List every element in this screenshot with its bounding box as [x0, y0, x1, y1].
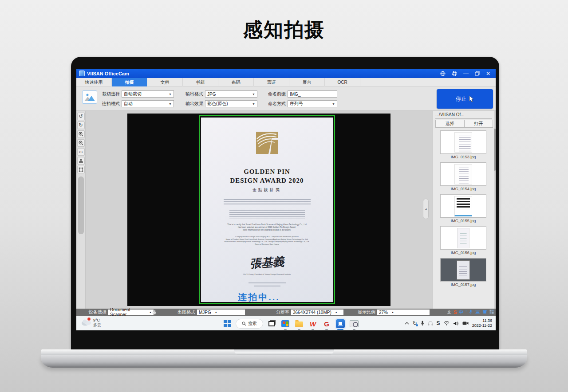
ime-skin-icon[interactable]: [482, 310, 487, 315]
store-icon[interactable]: [280, 318, 291, 329]
close-icon[interactable]: ✕: [486, 71, 490, 76]
device-select-dropdown[interactable]: Document Scanner▲: [108, 310, 154, 315]
file-explorer-icon[interactable]: [294, 318, 304, 329]
tray-headset-icon[interactable]: [428, 321, 433, 326]
thumbnail-item-selected[interactable]: IMG_0157.jpg: [433, 258, 493, 287]
tab-capture[interactable]: 拍摄: [112, 78, 147, 86]
ime-mic-icon[interactable]: [469, 310, 473, 315]
capture-toolbar: 裁切选择 自动裁切▼ 连拍模式 自动▼ 输出格式 JPG▼ 输出效果 彩色(原色…: [76, 86, 496, 111]
chevron-down-icon: ▼: [249, 93, 255, 96]
g-app-icon[interactable]: G: [321, 318, 332, 329]
crop-select-icon[interactable]: [77, 166, 85, 173]
sogou-ime-icon[interactable]: S: [454, 310, 457, 315]
tool-strip-scrollbar[interactable]: [78, 176, 84, 234]
ime-punctuation-icon[interactable]: ’: [466, 310, 467, 315]
certificate-blur-paragraph: [224, 199, 311, 206]
wps-icon[interactable]: W: [308, 318, 318, 329]
device-settings-sliders-icon[interactable]: [152, 309, 157, 316]
task-view-button[interactable]: [266, 318, 277, 329]
thumbnail-item[interactable]: IMG_0155.jpg: [433, 194, 493, 223]
volume-icon[interactable]: [453, 321, 459, 326]
weather-alert-badge: [87, 317, 91, 321]
image-placeholder-icon: [82, 90, 97, 104]
thumbnail-item[interactable]: IMG_0154.jpg: [433, 162, 493, 191]
select-folder-button[interactable]: 选择: [435, 120, 465, 128]
sync-icon[interactable]: ↻: [413, 320, 417, 326]
tray-camera-icon[interactable]: [462, 321, 469, 325]
display-scale-dropdown[interactable]: 27%▲: [377, 310, 430, 315]
wifi-icon[interactable]: [444, 321, 450, 325]
open-folder-button[interactable]: 打开: [465, 120, 493, 128]
ime-mode-toggle[interactable]: 中: [459, 310, 464, 314]
start-button[interactable]: [222, 318, 233, 329]
camera-app-icon[interactable]: [349, 318, 359, 329]
chevron-up-icon: ▲: [335, 311, 338, 314]
minimize-icon[interactable]: —: [463, 71, 469, 76]
resolution-label: 分辨率: [276, 309, 289, 315]
ime-keyboard-icon[interactable]: [475, 310, 480, 315]
name-prefix-label: 命名前缀: [268, 91, 286, 97]
actual-size-icon[interactable]: 1:1: [77, 148, 85, 156]
stop-button[interactable]: 停止: [437, 89, 493, 109]
ime-toolbar: 文 S 中 ’: [447, 309, 495, 316]
status-bar: 设备选择 Document Scanner▲ 出图格式 MJPG▲ 分辨率 36…: [76, 309, 496, 316]
stream-format-dropdown[interactable]: MJPG▲: [197, 310, 245, 315]
burst-mode-label: 连拍模式: [102, 101, 120, 107]
thumbnail-item[interactable]: IMG_0156.jpg: [433, 226, 493, 255]
tab-barcode[interactable]: 条码: [218, 78, 254, 86]
chevron-down-icon: ▼: [166, 93, 172, 96]
display-scale-label: 显示比例: [358, 309, 375, 315]
thumbnail-image: [454, 164, 472, 184]
restore-icon[interactable]: [475, 71, 480, 76]
chevron-up-icon: ▲: [391, 311, 394, 314]
certificate-title-en-1: GOLDEN PIN: [201, 168, 333, 176]
laptop-lid-notch: [234, 349, 334, 355]
tab-bar: 快速使用 拍摄 文档 书籍 条码 票证 展台 OCR: [76, 78, 496, 86]
burst-mode-dropdown[interactable]: 自动▼: [122, 100, 174, 107]
windows-desktop: VIISAN OfficeCam — ✕ 快速使用 拍摄 文档 书籍 条码 票证…: [76, 69, 496, 330]
output-effect-dropdown[interactable]: 彩色(原色)▼: [205, 100, 257, 107]
name-prefix-input[interactable]: IMG_: [288, 90, 337, 98]
file-side-panel: ...\VIISAN Of... 选择 打开 IMG_0153.jpg IMG_…: [433, 111, 496, 309]
ime-toolbox-icon[interactable]: [489, 310, 494, 315]
stamp-icon[interactable]: [77, 157, 85, 165]
tab-booth[interactable]: 展台: [289, 78, 325, 86]
thumbnail-image: [454, 196, 472, 216]
certificate-body-text: This is to certify that Smart Dual-Lens …: [201, 223, 333, 231]
tab-ticket[interactable]: 票证: [254, 78, 289, 86]
officecam-app-icon[interactable]: [335, 318, 346, 329]
certificate-blur-footer: [248, 282, 286, 284]
taskbar-search[interactable]: 搜索: [236, 319, 263, 329]
taskbar-weather-widget[interactable]: 9°C 多云: [81, 318, 101, 328]
taskbar-clock[interactable]: 11:36 2022-11-22: [472, 318, 492, 328]
tab-ocr[interactable]: OCR: [325, 78, 360, 86]
app-titlebar: VIISAN OfficeCam — ✕: [76, 69, 496, 78]
panel-collapse-handle[interactable]: ◂: [423, 199, 429, 219]
rotate-right-icon[interactable]: ↻: [77, 122, 85, 129]
tray-chevron-up-icon[interactable]: [405, 322, 409, 325]
rotate-left-icon[interactable]: ↺: [77, 113, 85, 120]
resolution-dropdown[interactable]: 3664X2744 (10MP)▲: [291, 310, 343, 315]
output-format-dropdown[interactable]: JPG▼: [205, 90, 257, 98]
crop-select-dropdown[interactable]: 自动裁切▼: [122, 90, 174, 98]
certificate-detail-text: Category:Product Design Sub-category:A-0…: [201, 235, 333, 245]
zoom-out-icon[interactable]: [77, 139, 85, 147]
settings-gear-icon[interactable]: [452, 71, 457, 76]
certificate-title-cn: 金點設計獎: [201, 187, 333, 193]
tab-book[interactable]: 书籍: [183, 78, 218, 86]
naming-mode-dropdown[interactable]: 序列号▼: [288, 100, 337, 107]
tab-quick-use[interactable]: 快速使用: [76, 78, 112, 86]
language-globe-icon[interactable]: [440, 71, 446, 76]
tray-sogou-icon[interactable]: S: [437, 320, 440, 326]
thumbnail-scrollbar[interactable]: [494, 111, 496, 309]
certificate-document: GOLDEN PIN DESIGN AWARD 2020 金點設計獎 This …: [201, 118, 333, 302]
golden-pin-logo: [252, 129, 282, 157]
thumbnail-item[interactable]: IMG_0153.jpg: [433, 130, 493, 159]
zoom-in-icon[interactable]: [77, 130, 85, 138]
weather-temp: 9°C: [93, 318, 101, 323]
windows-taskbar: 9°C 多云 搜索 W G ↻ S: [76, 316, 496, 330]
tab-document[interactable]: 文档: [147, 78, 183, 86]
tray-mic-icon[interactable]: [421, 321, 424, 326]
chevron-down-icon: ▼: [329, 102, 335, 106]
thumbnail-list: IMG_0153.jpg IMG_0154.jpg IMG_0155.jpg I…: [433, 130, 493, 290]
